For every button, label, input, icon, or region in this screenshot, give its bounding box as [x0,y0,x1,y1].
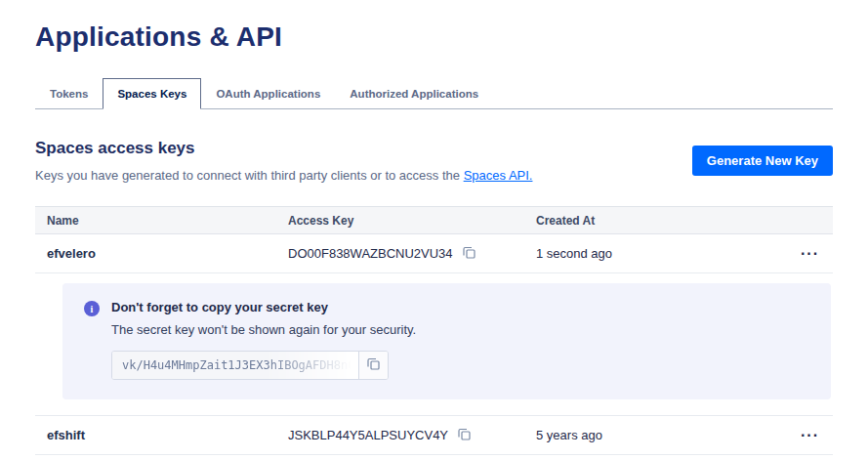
access-key-cell: DO00F838WAZBCNU2VU34 [288,244,536,264]
key-name: efshift [47,428,288,442]
info-icon: i [84,301,100,316]
access-key-value: DO00F838WAZBCNU2VU34 [288,246,453,261]
spaces-api-link[interactable]: Spaces API. [464,168,533,183]
description-text: Keys you have generated to connect with … [35,168,464,183]
copy-access-key-button[interactable] [461,244,477,264]
secret-key-value: vk/H4u4MHmpZait1J3EX3hIBOgAFDH8n6gTv3H [112,352,358,379]
notice-title: Don't forget to copy your secret key [111,300,416,314]
secret-key-notice-row: i Don't forget to copy your secret key T… [35,273,833,416]
access-key-value: JSKBLP44Y5ALPSUYCV4Y [288,428,448,442]
section-header-text: Spaces access keys Keys you have generat… [35,139,532,183]
notice-body: The secret key won't be shown again for … [111,322,416,337]
section-heading: Spaces access keys [35,139,532,158]
copy-secret-key-button[interactable] [358,352,388,379]
generate-new-key-button[interactable]: Generate New Key [692,146,833,176]
notice-content: Don't forget to copy your secret key The… [111,300,416,380]
spaces-keys-table: Name Access Key Created At efvelero DO00… [35,206,833,455]
key-name: efvelero [47,246,288,261]
applications-api-page: Applications & API Tokens Spaces Keys OA… [0,0,868,455]
tab-spaces-keys[interactable]: Spaces Keys [103,78,201,109]
section-header: Spaces access keys Keys you have generat… [35,139,833,183]
table-row: efshift JSKBLP44Y5ALPSUYCV4Y 5 years ago… [35,416,833,455]
secret-key-field: vk/H4u4MHmpZait1J3EX3hIBOgAFDH8n6gTv3H [111,351,389,380]
column-header-created-at: Created At [536,214,790,228]
column-header-name: Name [47,214,288,228]
table-header-row: Name Access Key Created At [35,206,833,234]
copy-icon [458,428,471,443]
tab-bar: Tokens Spaces Keys OAuth Applications Au… [35,78,833,109]
section-description: Keys you have generated to connect with … [35,168,532,183]
tab-authorized-applications[interactable]: Authorized Applications [335,78,493,109]
secret-key-notice: i Don't forget to copy your secret key T… [62,283,831,399]
page-title: Applications & API [35,21,833,53]
copy-icon [367,356,380,374]
column-header-access-key: Access Key [288,214,536,228]
row-actions-button[interactable]: ··· [801,246,833,262]
copy-access-key-button[interactable] [456,426,473,445]
table-row: efvelero DO00F838WAZBCNU2VU34 1 second a… [35,234,833,273]
row-actions-button[interactable]: ··· [801,428,833,443]
created-at-value: 5 years ago [536,428,790,442]
tab-oauth-applications[interactable]: OAuth Applications [201,78,335,109]
created-at-value: 1 second ago [536,246,790,261]
access-key-cell: JSKBLP44Y5ALPSUYCV4Y [288,426,536,445]
tab-tokens[interactable]: Tokens [35,78,103,109]
copy-icon [463,246,475,262]
